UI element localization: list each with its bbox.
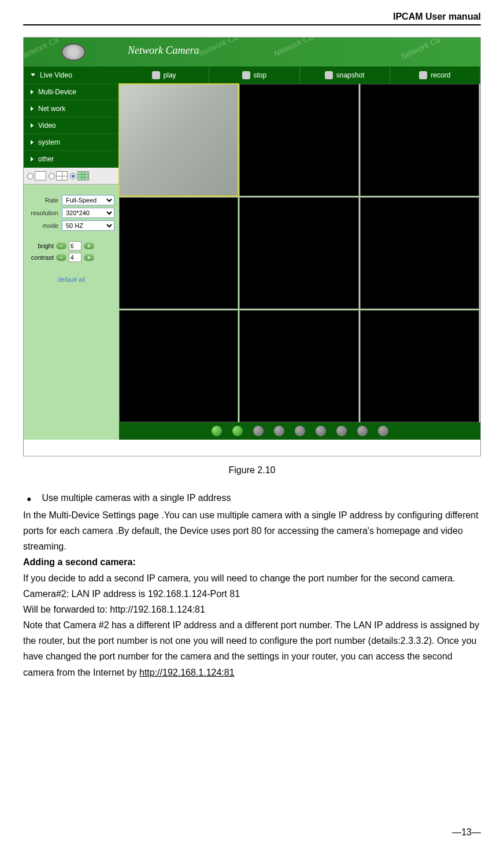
rate-label: Rate: [28, 197, 58, 204]
chevron-right-icon: [31, 90, 34, 94]
body-content: ● Use multiple cameras with a single IP …: [23, 490, 481, 680]
play-icon: [152, 71, 160, 79]
rate-select[interactable]: Full-Speed: [62, 195, 114, 205]
nav-label: Live Video: [40, 71, 72, 79]
banner-title: Network Camera: [128, 45, 199, 57]
mode-label: mode: [28, 222, 58, 229]
watermark: Network Ca: [24, 38, 60, 61]
url-link: http://192.168.1.124:81: [139, 668, 235, 677]
record-icon: [419, 71, 427, 79]
bright-label: bright: [28, 242, 54, 249]
layout-single-option[interactable]: [27, 171, 46, 180]
watermark: Network Ca: [399, 38, 442, 61]
layout-quad-icon: [56, 171, 68, 180]
sidebar: Multi-Device Net work Video system: [24, 84, 119, 440]
paragraph: Camera#2: LAN IP address is 192.168.1.12…: [23, 586, 481, 602]
contrast-value-input[interactable]: [69, 253, 81, 262]
ptz-control-button[interactable]: [212, 426, 222, 436]
btn-label: stop: [254, 71, 267, 79]
watermark: Network Ca: [272, 38, 314, 58]
chevron-right-icon: [31, 106, 34, 111]
bright-plus-button[interactable]: +: [84, 242, 94, 249]
resolution-label: resolution: [28, 209, 58, 216]
sidebar-item-network[interactable]: Net work: [24, 101, 119, 117]
video-cell-8[interactable]: [239, 310, 358, 422]
sidebar-label: system: [38, 138, 60, 146]
sidebar-label: Multi-Device: [38, 88, 76, 96]
layout-nine-option[interactable]: [70, 171, 89, 180]
ptz-control-button[interactable]: [253, 426, 264, 436]
page-header: IPCAM User manual: [23, 12, 481, 25]
snapshot-button[interactable]: snapshot: [300, 67, 390, 84]
app-banner: Network Ca Network Ca Network Ca Network…: [24, 38, 480, 67]
chevron-right-icon: [31, 123, 34, 128]
ptz-control-button[interactable]: [274, 426, 284, 436]
top-toolbar: Live Video play stop snapshot record: [24, 67, 480, 84]
resolution-select[interactable]: 320*240: [62, 208, 114, 218]
video-cell-3[interactable]: [360, 84, 479, 196]
contrast-plus-button[interactable]: +: [84, 254, 94, 261]
video-cell-4[interactable]: [119, 197, 238, 309]
video-cell-5[interactable]: [239, 197, 358, 309]
play-button[interactable]: play: [119, 67, 209, 84]
bullet-icon: ●: [23, 490, 31, 506]
layout-selector: [24, 168, 119, 185]
video-cell-6[interactable]: [360, 197, 479, 309]
btn-label: record: [431, 71, 450, 79]
chevron-down-icon: [31, 73, 35, 76]
ptz-bar: [119, 422, 480, 440]
btn-label: play: [164, 71, 176, 79]
page-number: —13—: [452, 827, 481, 838]
video-cell-2[interactable]: [239, 84, 358, 196]
video-cell-1[interactable]: [119, 84, 238, 196]
sidebar-label: Video: [38, 121, 55, 130]
ptz-control-button[interactable]: [232, 426, 243, 436]
chevron-right-icon: [31, 140, 34, 145]
layout-nine-icon: [77, 171, 89, 180]
ptz-control-button[interactable]: [357, 426, 368, 436]
contrast-minus-button[interactable]: −: [56, 254, 66, 261]
video-cell-7[interactable]: [119, 310, 238, 422]
mode-select[interactable]: 50 HZ: [62, 220, 114, 231]
stop-icon: [242, 71, 250, 79]
contrast-label: contrast: [28, 254, 54, 261]
watermark: Network Ca: [197, 38, 239, 58]
radio-icon: [49, 173, 55, 179]
default-all-link[interactable]: default all: [28, 276, 114, 283]
ptz-control-button[interactable]: [336, 426, 347, 436]
stop-button[interactable]: stop: [209, 67, 299, 84]
record-button[interactable]: record: [390, 67, 480, 84]
ptz-control-button[interactable]: [295, 426, 305, 436]
bullet-text: Use multiple cameras with a single IP ad…: [42, 490, 231, 506]
radio-icon: [27, 173, 34, 179]
ptz-control-button[interactable]: [378, 426, 388, 436]
sidebar-item-multi-device[interactable]: Multi-Device: [24, 84, 119, 101]
sidebar-item-other[interactable]: other: [24, 151, 119, 168]
layout-quad-option[interactable]: [49, 171, 68, 180]
video-grid: [119, 84, 480, 422]
radio-selected-icon: [70, 173, 76, 179]
bright-minus-button[interactable]: −: [56, 242, 66, 249]
layout-single-icon: [35, 171, 46, 180]
nav-live-video[interactable]: Live Video: [24, 67, 119, 84]
heading-adding: Adding a second camera:: [23, 554, 481, 570]
figure-screenshot: Network Ca Network Ca Network Ca Network…: [23, 37, 481, 456]
paragraph: Note that Camera #2 has a different IP a…: [23, 617, 481, 680]
ptz-control-button[interactable]: [316, 426, 326, 436]
bright-value-input[interactable]: [69, 241, 81, 250]
settings-panel: Rate Full-Speed resolution 320*240 mode: [24, 185, 119, 288]
paragraph: In the Multi-Device Settings page .You c…: [23, 507, 481, 555]
sidebar-item-system[interactable]: system: [24, 134, 119, 151]
paragraph: If you decide to add a second IP camera,…: [23, 570, 481, 586]
figure-caption: Figure 2.10: [23, 465, 481, 476]
chevron-right-icon: [31, 157, 34, 161]
sidebar-label: Net work: [38, 105, 65, 113]
paragraph: Will be forwarded to: http://192.168.1.1…: [23, 602, 481, 617]
sidebar-label: other: [38, 155, 54, 163]
sidebar-item-video[interactable]: Video: [24, 117, 119, 134]
snapshot-icon: [325, 71, 333, 79]
video-cell-9[interactable]: [360, 310, 479, 422]
btn-label: snapshot: [336, 71, 365, 79]
camera-logo-icon: [61, 43, 86, 61]
